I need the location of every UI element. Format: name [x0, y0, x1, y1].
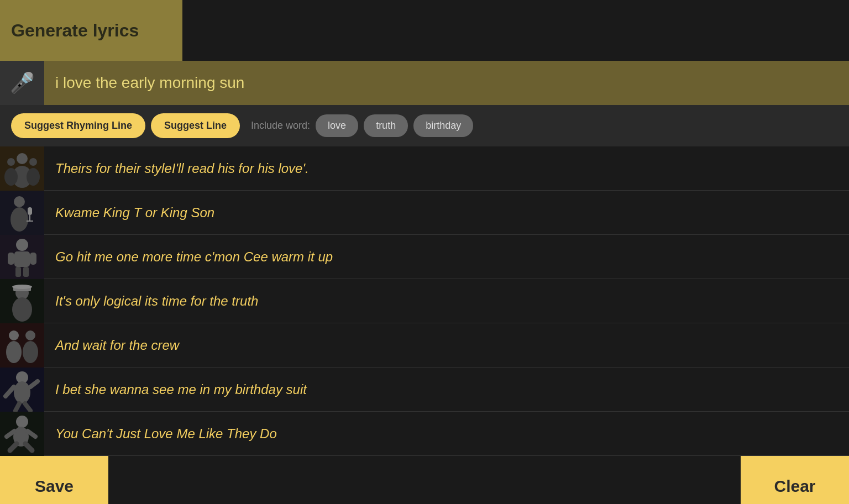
list-item[interactable]: And wait for the crew — [0, 323, 849, 368]
svg-point-4 — [4, 168, 18, 186]
svg-point-1 — [17, 153, 28, 164]
svg-rect-10 — [28, 207, 32, 215]
bottom-bar: Save Clear — [0, 456, 849, 504]
list-item[interactable]: Kwame King T or King Son — [0, 191, 849, 235]
svg-point-14 — [16, 239, 28, 251]
svg-point-28 — [25, 330, 35, 340]
svg-rect-15 — [14, 251, 30, 267]
clear-button[interactable]: Clear — [741, 456, 849, 504]
svg-point-9 — [11, 207, 28, 232]
controls-row: Suggest Rhyming Line Suggest Line Includ… — [0, 105, 849, 146]
svg-point-6 — [27, 168, 40, 186]
svg-point-29 — [23, 341, 38, 363]
list-item[interactable]: Go hit me one more time c'mon Cee warm i… — [0, 235, 849, 279]
save-button[interactable]: Save — [0, 456, 108, 504]
lyric-line-text: It's only logical its time for the truth — [44, 293, 269, 309]
word-pill-birthday[interactable]: birthday — [413, 114, 473, 137]
svg-point-32 — [14, 381, 30, 403]
app-header: Generate lyrics — [0, 0, 182, 61]
list-item[interactable]: You Can't Just Love Me Like They Do — [0, 412, 849, 456]
svg-point-23 — [12, 285, 32, 289]
lyric-thumbnail — [0, 191, 44, 235]
svg-point-27 — [6, 341, 22, 363]
svg-point-38 — [16, 416, 28, 428]
app-title: Generate lyrics — [11, 20, 139, 41]
list-item[interactable]: Theirs for their styleI'll read his for … — [0, 146, 849, 191]
svg-rect-16 — [15, 267, 21, 277]
lyric-thumbnail — [0, 279, 44, 323]
lyric-input[interactable] — [44, 74, 849, 92]
include-word-label: Include word: — [251, 120, 310, 132]
lyric-thumbnail — [0, 323, 44, 368]
svg-rect-25 — [0, 323, 44, 368]
lyric-thumbnail — [0, 235, 44, 279]
svg-point-8 — [14, 196, 25, 207]
lyric-line-text: You Can't Just Love Me Like They Do — [44, 426, 288, 442]
svg-point-3 — [7, 158, 15, 166]
svg-point-24 — [12, 297, 32, 322]
lyric-input-row: 🎤 — [0, 61, 849, 105]
lyric-line-text: I bet she wanna see me in my birthday su… — [44, 382, 318, 397]
lyric-line-text: Kwame King T or King Son — [44, 205, 226, 221]
suggest-line-button[interactable]: Suggest Line — [151, 113, 240, 138]
main-content: 🎤 Suggest Rhyming Line Suggest Line Incl… — [0, 61, 849, 504]
lyric-line-text: Theirs for their styleI'll read his for … — [44, 161, 320, 176]
svg-point-26 — [9, 330, 19, 340]
lyric-thumbnail — [0, 368, 44, 412]
list-item[interactable]: It's only logical its time for the truth — [0, 279, 849, 323]
input-avatar: 🎤 — [0, 61, 44, 105]
word-pill-truth[interactable]: truth — [364, 114, 408, 137]
list-item[interactable]: I bet she wanna see me in my birthday su… — [0, 368, 849, 412]
lyric-line-text: Go hit me one more time c'mon Cee warm i… — [44, 249, 344, 265]
lyrics-list: Theirs for their styleI'll read his for … — [0, 146, 849, 456]
lyric-thumbnail — [0, 412, 44, 456]
lyric-thumbnail — [0, 146, 44, 191]
word-pill-love[interactable]: love — [316, 114, 358, 137]
svg-rect-18 — [8, 253, 14, 265]
mic-icon: 🎤 — [10, 71, 35, 95]
suggest-rhyming-button[interactable]: Suggest Rhyming Line — [11, 113, 145, 138]
svg-rect-19 — [30, 253, 36, 265]
svg-rect-17 — [23, 267, 29, 277]
svg-point-5 — [29, 158, 37, 166]
lyric-line-text: And wait for the crew — [44, 338, 190, 353]
